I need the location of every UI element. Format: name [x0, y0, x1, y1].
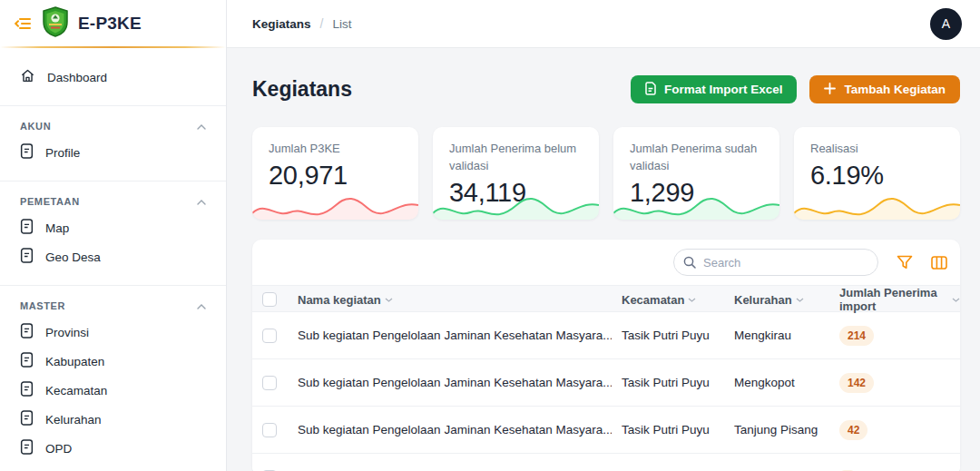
- stat-label: Jumlah Penerima sudah validasi: [630, 141, 763, 175]
- sparkline-chart: [252, 191, 418, 220]
- sidebar-item-kecamatan[interactable]: Kecamatan: [0, 376, 226, 405]
- sidebar-item-kabupaten[interactable]: Kabupaten: [0, 347, 226, 376]
- kegiatans-table-card: Nama kegiatan Kecamatan Kelurahan: [252, 240, 960, 471]
- sidebar-item-geo-desa[interactable]: Geo Desa: [0, 242, 226, 271]
- breadcrumb-kegiatans[interactable]: Kegiatans: [252, 17, 311, 31]
- sidebar-nav: Dashboard AKUN Profile: [0, 48, 226, 463]
- search-input[interactable]: [673, 249, 878, 276]
- user-avatar[interactable]: A: [930, 8, 962, 40]
- home-icon: [20, 68, 35, 86]
- table-header-row: Nama kegiatan Kecamatan Kelurahan: [252, 285, 960, 312]
- chevron-up-icon: [197, 196, 206, 207]
- cell-jumlah-penerima: 214: [829, 326, 960, 346]
- table-toolbar: [252, 240, 960, 285]
- column-label: Kelurahan: [734, 293, 792, 307]
- cell-jumlah-penerima: 42: [829, 420, 960, 440]
- count-badge: 42: [839, 420, 867, 440]
- format-import-excel-button[interactable]: Format Import Excel: [631, 75, 798, 103]
- stat-value: 20,971: [269, 161, 402, 191]
- sidebar-item-provinsi[interactable]: Provinsi: [0, 318, 226, 347]
- app-title: E-P3KE: [78, 14, 142, 34]
- count-badge: 214: [839, 326, 874, 346]
- sidebar-divider: [0, 181, 226, 182]
- sidebar-item-map[interactable]: Map: [0, 213, 226, 242]
- sort-chevron-icon: [688, 298, 696, 302]
- stat-label: Jumlah P3KE: [269, 141, 402, 158]
- excel-file-icon: [645, 82, 656, 98]
- document-icon: [20, 381, 34, 399]
- stat-label: Jumlah Penerima belum validasi: [449, 141, 583, 175]
- sparkline-chart: [794, 191, 960, 220]
- filter-icon[interactable]: [897, 255, 913, 270]
- cell-kecamatan: Tasik Putri Puyu: [612, 423, 724, 437]
- select-all-checkbox[interactable]: [262, 292, 277, 307]
- sidebar-section-pemetaan[interactable]: PEMETAAN: [20, 193, 206, 210]
- section-title: PEMETAAN: [20, 196, 80, 207]
- stat-card-penerima-sudah-validasi: Jumlah Penerima sudah validasi 1,299: [613, 127, 779, 220]
- sidebar-section-akun[interactable]: AKUN: [20, 118, 206, 134]
- page-content: Kegiatans Format Import Excel: [227, 48, 980, 471]
- button-label: Format Import Excel: [664, 83, 783, 96]
- search-box: [673, 249, 878, 276]
- sidebar-item-profile[interactable]: Profile: [0, 138, 226, 167]
- sidebar-divider: [0, 105, 226, 106]
- sidebar-item-dashboard[interactable]: Dashboard: [0, 63, 226, 92]
- app-logo: [42, 6, 69, 41]
- document-icon: [20, 439, 34, 457]
- column-header-jumlah-penerima-import[interactable]: Jumlah Penerima import: [829, 286, 960, 313]
- document-icon: [20, 248, 34, 266]
- tambah-kegiatan-button[interactable]: Tambah Kegiatan: [809, 75, 960, 103]
- stat-card-penerima-belum-validasi: Jumlah Penerima belum validasi 34,119: [433, 127, 599, 220]
- sidebar-item-label: Map: [45, 221, 69, 235]
- plus-icon: [824, 83, 836, 97]
- search-icon: [682, 255, 697, 273]
- topbar: Kegiatans / List A: [227, 0, 980, 48]
- breadcrumb-separator: /: [320, 16, 324, 31]
- sparkline-chart: [433, 191, 599, 220]
- cell-kelurahan: Tanjung Pisang: [724, 423, 829, 437]
- menu-fold-icon[interactable]: [13, 14, 33, 34]
- page-header: Kegiatans Format Import Excel: [252, 75, 960, 103]
- row-checkbox[interactable]: [262, 329, 277, 343]
- chevron-up-icon: [197, 300, 206, 311]
- sidebar-section-master[interactable]: MASTER: [20, 298, 206, 314]
- sidebar-item-label: Geo Desa: [45, 250, 101, 264]
- row-checkbox[interactable]: [262, 423, 277, 437]
- document-icon: [20, 410, 34, 428]
- sidebar-item-label: Profile: [45, 146, 80, 160]
- table-row[interactable]: Sub kegiatan Pengelolaan Jaminan Kesehat…: [252, 359, 960, 407]
- column-header-nama-kegiatan[interactable]: Nama kegiatan: [290, 293, 612, 307]
- table-row[interactable]: Sub kegiatan Pengelolaan Jaminan Kesehat…: [252, 407, 960, 454]
- breadcrumb: Kegiatans / List: [252, 16, 351, 31]
- sidebar-item-kelurahan[interactable]: Kelurahan: [0, 405, 226, 434]
- stat-value: 6.19%: [810, 161, 944, 191]
- column-header-kelurahan[interactable]: Kelurahan: [724, 293, 829, 307]
- cell-kelurahan: Mengkirau: [724, 329, 829, 342]
- app-window: E-P3KE Dashboard AKUN: [0, 0, 980, 471]
- table-row[interactable]: Sub kegiatan Pengelolaan Jaminan Kesehat…: [252, 312, 960, 359]
- sidebar-item-label: Kelurahan: [45, 413, 102, 427]
- column-label: Nama kegiatan: [298, 293, 381, 307]
- section-title: MASTER: [20, 300, 65, 311]
- document-icon: [20, 143, 34, 162]
- stat-cards: Jumlah P3KE 20,971 Jumlah Penerima belum…: [252, 127, 960, 220]
- stat-card-realisasi: Realisasi 6.19%: [794, 127, 960, 220]
- sidebar-item-label: Kecamatan: [45, 384, 107, 397]
- sidebar-item-label: Kabupaten: [45, 355, 104, 368]
- table-row-partial: [252, 454, 960, 471]
- sidebar-item-label: Dashboard: [47, 71, 107, 84]
- columns-icon[interactable]: [931, 256, 947, 270]
- cell-nama-kegiatan: Sub kegiatan Pengelolaan Jaminan Kesehat…: [290, 423, 612, 437]
- sort-chevron-icon: [796, 298, 804, 302]
- cell-nama-kegiatan: Sub kegiatan Pengelolaan Jaminan Kesehat…: [290, 329, 612, 342]
- cell-jumlah-penerima: 142: [829, 373, 960, 393]
- sidebar-item-opd[interactable]: OPD: [0, 434, 226, 463]
- row-checkbox[interactable]: [262, 376, 277, 390]
- section-title: AKUN: [20, 121, 51, 132]
- sidebar-header: E-P3KE: [0, 0, 226, 46]
- sort-chevron-icon: [385, 298, 393, 302]
- sparkline-chart: [613, 191, 779, 220]
- column-header-kecamatan[interactable]: Kecamatan: [612, 293, 724, 307]
- breadcrumb-list: List: [332, 17, 351, 31]
- sidebar-divider: [0, 285, 226, 286]
